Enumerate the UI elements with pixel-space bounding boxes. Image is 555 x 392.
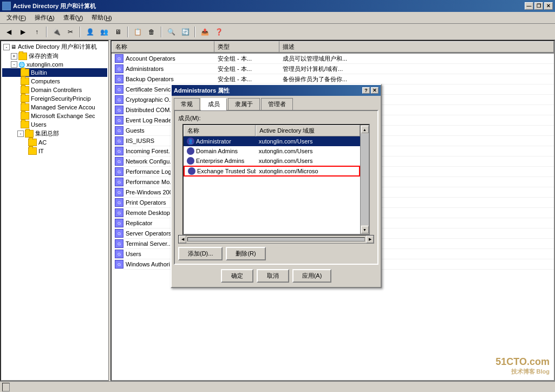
toolbar-delete[interactable]: 🗑 bbox=[145, 26, 158, 38]
tree-item-users[interactable]: Users bbox=[2, 120, 107, 129]
tree-item-computers[interactable]: Computers bbox=[2, 77, 107, 86]
tab-managed-by[interactable]: 管理者 bbox=[261, 98, 293, 110]
administrators-dialog[interactable]: Administrators 属性 ? ✕ 常规 成员 隶属于 管理者 成员(M… bbox=[171, 84, 382, 288]
member-row-administrator[interactable]: 👤 Administrator xutonglin.com/Users bbox=[184, 136, 360, 146]
tree-label-builtin: Builtin bbox=[31, 69, 47, 76]
toolbar-forward[interactable]: ▶ bbox=[16, 26, 29, 38]
tree-label-users: Users bbox=[31, 121, 47, 128]
close-button[interactable]: ✕ bbox=[544, 2, 553, 10]
toolbar-disconnect[interactable]: ✂ bbox=[64, 26, 77, 38]
tree-item-dc[interactable]: Domain Controllers bbox=[2, 86, 107, 94]
cancel-button[interactable]: 取消 bbox=[257, 269, 289, 283]
toolbar-new-computer[interactable]: 🖥 bbox=[112, 26, 125, 38]
group-icon: G bbox=[115, 75, 123, 83]
dialog-title-bar: Administrators 属性 ? ✕ bbox=[172, 85, 381, 96]
menu-help[interactable]: 帮助(H) bbox=[87, 13, 116, 23]
add-member-button[interactable]: 添加(D)... bbox=[178, 247, 223, 260]
member-icon-exchange-trusted bbox=[188, 167, 195, 175]
toolbar-up[interactable]: ↑ bbox=[30, 26, 43, 38]
menu-view[interactable]: 查看(V) bbox=[59, 13, 88, 23]
h-scroll-left-btn[interactable]: ◀ bbox=[179, 236, 186, 243]
member-cell-name-enterprise-admins: Enterprise Admins bbox=[184, 156, 256, 165]
toolbar-connect[interactable]: 🔌 bbox=[50, 26, 63, 38]
list-row[interactable]: G Administrators 安全组 - 本... 管理员对计算机/域有..… bbox=[112, 64, 554, 74]
tree-expand-groups[interactable]: - bbox=[17, 130, 24, 137]
minimize-button[interactable]: — bbox=[525, 2, 533, 10]
group-icon: G bbox=[115, 85, 123, 94]
tree-label-groups: 集团总部 bbox=[35, 129, 59, 138]
group-icon: G bbox=[115, 54, 123, 63]
tree-item-builtin[interactable]: Builtin bbox=[2, 68, 107, 77]
members-h-scrollbar[interactable]: ◀ ▶ bbox=[178, 235, 374, 244]
toolbar-new-group[interactable]: 👥 bbox=[97, 26, 110, 38]
col-header-type[interactable]: 类型 bbox=[214, 41, 279, 53]
scroll-down-btn[interactable]: ▼ bbox=[361, 226, 369, 233]
folder-icon-computers bbox=[21, 77, 29, 85]
member-row-enterprise-admins[interactable]: Enterprise Admins xutonglin.com/Users bbox=[184, 156, 360, 166]
tree-item-domain[interactable]: - 🌐 xutonglin.com bbox=[2, 61, 107, 68]
tree-root[interactable]: - 🖥 Active Directory 用户和计算机 bbox=[2, 42, 107, 51]
tab-members[interactable]: 成员 bbox=[201, 98, 227, 110]
toolbar-sep1 bbox=[46, 27, 47, 37]
h-scroll-thumb bbox=[187, 237, 365, 241]
list-cell-name: G Account Operators bbox=[112, 54, 214, 63]
menu-bar: 文件(F) 操作(A) 查看(V) 帮助(H) bbox=[0, 12, 555, 24]
app-icon bbox=[2, 2, 11, 10]
tree-item-it[interactable]: IT bbox=[2, 147, 107, 155]
tree-pane: - 🖥 Active Directory 用户和计算机 + 保存的查询 - 🌐 … bbox=[0, 40, 108, 381]
toolbar-new-user[interactable]: 👤 bbox=[83, 26, 96, 38]
member-cell-domain-exchange-trusted: xutonglin.com/Microso bbox=[256, 167, 359, 175]
tree-item-mse[interactable]: Microsoft Exchange Sec bbox=[2, 112, 107, 120]
toolbar-help[interactable]: ❓ bbox=[212, 26, 225, 38]
member-row-exchange-trusted[interactable]: Exchange Trusted Subsystem xutonglin.com… bbox=[184, 166, 360, 177]
tree-expand-saved[interactable]: + bbox=[11, 53, 17, 60]
col-header-name[interactable]: 名称 bbox=[112, 41, 214, 53]
folder-icon-dc bbox=[21, 86, 29, 94]
toolbar-sep2 bbox=[80, 27, 81, 37]
toolbar-filter[interactable]: 🔍 bbox=[165, 26, 178, 38]
menu-action[interactable]: 操作(A) bbox=[30, 13, 59, 23]
toolbar-properties[interactable]: 📋 bbox=[131, 26, 144, 38]
tree-item-ac[interactable]: AC bbox=[2, 138, 107, 147]
remove-member-button[interactable]: 删除(R) bbox=[226, 247, 265, 260]
tree-expand-root[interactable]: - bbox=[3, 44, 10, 50]
member-cell-domain-enterprise-admins: xutonglin.com/Users bbox=[256, 157, 360, 165]
menu-file[interactable]: 文件(F) bbox=[2, 13, 30, 23]
list-cell-type: 安全组 - 本... bbox=[214, 75, 279, 84]
apply-button[interactable]: 应用(A) bbox=[292, 269, 332, 283]
status-panel bbox=[2, 383, 10, 391]
toolbar-export[interactable]: 📤 bbox=[198, 26, 211, 38]
member-cell-domain-domain-admins: xutonglin.com/Users bbox=[256, 147, 360, 155]
toolbar-back[interactable]: ◀ bbox=[2, 26, 15, 38]
tree-item-fsp[interactable]: ForeignSecurityPrincip bbox=[2, 94, 107, 103]
members-scrollbar[interactable]: ▲ ▼ bbox=[360, 125, 369, 234]
tree-item-saved[interactable]: + 保存的查询 bbox=[2, 51, 107, 61]
h-scroll-right-btn[interactable]: ▶ bbox=[366, 236, 374, 243]
toolbar-refresh[interactable]: 🔄 bbox=[179, 26, 192, 38]
restore-button[interactable]: ❐ bbox=[534, 2, 543, 10]
ok-button[interactable]: 确定 bbox=[221, 269, 253, 283]
tree-content: - 🖥 Active Directory 用户和计算机 + 保存的查询 - 🌐 … bbox=[1, 41, 108, 380]
member-row-domain-admins[interactable]: Domain Admins xutonglin.com/Users bbox=[184, 146, 360, 156]
group-icon: G bbox=[115, 239, 123, 248]
dialog-close-button[interactable]: ✕ bbox=[371, 87, 378, 94]
scroll-up-btn[interactable]: ▲ bbox=[361, 126, 369, 133]
list-cell-desc: 管理员对计算机/域有... bbox=[279, 64, 554, 74]
folder-icon-builtin bbox=[21, 69, 29, 76]
list-row[interactable]: G Account Operators 安全组 - 本... 成员可以管理域用户… bbox=[112, 54, 554, 64]
status-bar bbox=[0, 381, 555, 392]
tree-item-groups[interactable]: - 集团总部 bbox=[2, 129, 107, 138]
toolbar: ◀ ▶ ↑ 🔌 ✂ 👤 👥 🖥 📋 🗑 🔍 🔄 📤 ❓ bbox=[0, 24, 555, 40]
tree-expand-domain[interactable]: - bbox=[11, 61, 17, 68]
tree-root-label: Active Directory 用户和计算机 bbox=[18, 43, 97, 51]
member-cell-name-administrator: 👤 Administrator bbox=[184, 137, 256, 146]
tree-item-msa[interactable]: Managed Service Accou bbox=[2, 103, 107, 112]
list-row[interactable]: G Backup Operators 安全组 - 本... 备份操作员为了备份你… bbox=[112, 74, 554, 84]
members-table-container: 名称 Active Directory 域服 👤 Administrator x… bbox=[182, 124, 370, 235]
col-header-desc[interactable]: 描述 bbox=[279, 41, 554, 53]
members-col-domain[interactable]: Active Directory 域服 bbox=[256, 125, 360, 136]
members-col-name[interactable]: 名称 bbox=[184, 125, 256, 136]
tab-member-of[interactable]: 隶属于 bbox=[228, 98, 260, 110]
tab-general[interactable]: 常规 bbox=[174, 98, 200, 110]
dialog-help-button[interactable]: ? bbox=[362, 87, 370, 94]
